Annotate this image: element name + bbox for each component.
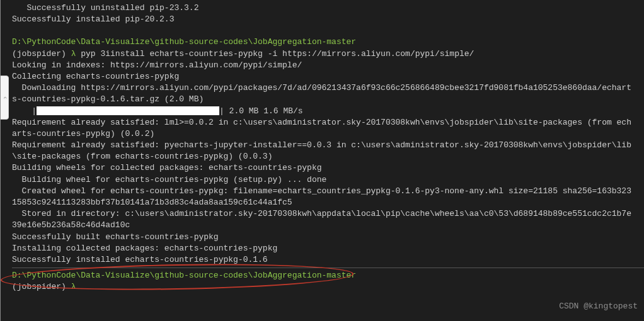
- lambda-icon: λ: [66, 49, 81, 59]
- watermark-text: CSDN @kingtopest: [559, 301, 638, 312]
- prompt-line[interactable]: (jobspider) λ pyp 3iinstall echarts-coun…: [12, 48, 644, 60]
- lambda-icon: λ: [66, 282, 76, 291]
- output-line: Created wheel for echarts-countries-pypk…: [12, 186, 636, 208]
- progress-prefix: |: [12, 106, 37, 116]
- output-line: Successfully built echarts-countries-pyp…: [12, 232, 644, 243]
- terminal-output: Successfully uninstalled pip-23.3.2 Succ…: [12, 3, 644, 293]
- prompt-path: D:\PythonCode\Data-Visualize\github-sour…: [12, 270, 644, 281]
- prompt-line[interactable]: (jobspider) λ: [12, 281, 644, 293]
- output-line: Successfully installed echarts-countries…: [12, 254, 644, 266]
- output-line: Successfully uninstalled pip-23.3.2: [12, 3, 644, 14]
- output-line: Requirement already satisfied: lml>=0.0.…: [12, 117, 636, 140]
- output-line: Requirement already satisfied: pyecharts…: [12, 140, 636, 162]
- output-line: [12, 25, 644, 37]
- divider: [12, 268, 644, 268]
- output-line: Successfully installed pip-20.2.3: [12, 14, 644, 25]
- progress-line: || 2.0 MB 1.6 MB/s: [12, 106, 644, 117]
- env-name: (jobspider): [12, 282, 66, 291]
- progress-bar: [37, 106, 219, 115]
- command-text: pyp 3iinstall echarts-countries-pypkg -i…: [81, 49, 474, 59]
- output-line: Building wheel for echarts-countries-pyp…: [12, 174, 644, 186]
- output-line: Installing collected packages: echarts-c…: [12, 243, 644, 254]
- side-tab[interactable]: ‹: [0, 76, 9, 120]
- output-line: Building wheels for collected packages: …: [12, 162, 644, 174]
- env-name: (jobspider): [12, 49, 66, 59]
- output-line: Looking in indexes: https://mirrors.aliy…: [12, 60, 644, 71]
- output-line: Collecting echarts-countries-pypkg: [12, 71, 644, 82]
- prompt-path: D:\PythonCode\Data-Visualize\github-sour…: [12, 37, 644, 48]
- progress-suffix: | 2.0 MB 1.6 MB/s: [219, 106, 303, 116]
- output-line: Stored in directory: c:\users\administra…: [12, 208, 636, 231]
- output-line: Downloading https://mirrors.aliyun.com/p…: [12, 82, 636, 105]
